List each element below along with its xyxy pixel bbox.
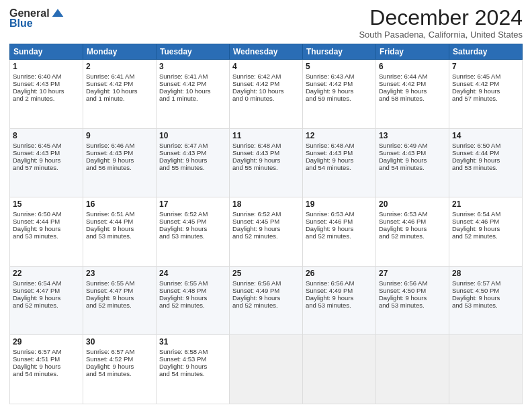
cell-line: Sunrise: 6:52 AM — [232, 210, 300, 218]
page: General Blue December 2024 South Pasaden… — [0, 0, 532, 411]
month-title: December 2024 — [359, 7, 523, 28]
day-number: 1 — [13, 62, 80, 71]
cell-line: Daylight: 9 hours — [379, 156, 446, 164]
cell-line: and 57 minutes. — [452, 95, 519, 102]
calendar-cell: 11Sunrise: 6:48 AMSunset: 4:43 PMDayligh… — [230, 128, 303, 197]
cell-line: Sunrise: 6:41 AM — [159, 73, 226, 80]
cell-line: Sunrise: 6:57 AM — [86, 348, 153, 355]
cell-line: Sunset: 4:47 PM — [86, 287, 153, 294]
calendar-cell: 10Sunrise: 6:47 AMSunset: 4:43 PMDayligh… — [157, 128, 230, 197]
cell-line: Sunset: 4:43 PM — [13, 80, 80, 87]
calendar-cell: 17Sunrise: 6:52 AMSunset: 4:45 PMDayligh… — [157, 197, 230, 267]
cell-line: Sunset: 4:42 PM — [306, 80, 373, 87]
cell-line: Sunrise: 6:50 AM — [13, 210, 80, 218]
location: South Pasadena, California, United State… — [359, 30, 523, 40]
calendar-cell: 24Sunrise: 6:55 AMSunset: 4:48 PMDayligh… — [157, 266, 230, 335]
cell-line: Sunrise: 6:40 AM — [13, 73, 80, 80]
calendar-cell: 15Sunrise: 6:50 AMSunset: 4:44 PMDayligh… — [10, 197, 83, 267]
cell-line: and 57 minutes. — [13, 164, 80, 171]
cell-line: Daylight: 9 hours — [86, 294, 153, 302]
cell-line: Sunrise: 6:46 AM — [86, 142, 153, 149]
day-number: 28 — [452, 269, 519, 278]
cell-line: Sunrise: 6:41 AM — [86, 73, 153, 80]
cell-line: Sunset: 4:51 PM — [13, 355, 80, 363]
cell-line: Sunset: 4:44 PM — [13, 218, 80, 225]
calendar-body: 1Sunrise: 6:40 AMSunset: 4:43 PMDaylight… — [10, 60, 523, 404]
cell-line: Sunset: 4:43 PM — [159, 149, 226, 156]
calendar-cell: 23Sunrise: 6:55 AMSunset: 4:47 PMDayligh… — [83, 266, 157, 335]
cell-line: Sunset: 4:48 PM — [159, 287, 226, 294]
cell-line: and 53 minutes. — [306, 302, 373, 309]
day-number: 12 — [306, 131, 373, 140]
day-number: 6 — [379, 62, 446, 71]
cell-line: Sunset: 4:47 PM — [13, 287, 80, 294]
day-number: 3 — [159, 62, 226, 71]
cell-line: Sunrise: 6:44 AM — [379, 73, 446, 80]
calendar-cell: 3Sunrise: 6:41 AMSunset: 4:42 PMDaylight… — [157, 60, 230, 129]
day-header: Wednesday — [230, 44, 303, 60]
day-number: 4 — [232, 62, 300, 71]
cell-line: and 53 minutes. — [452, 302, 519, 309]
cell-line: Sunrise: 6:54 AM — [13, 279, 80, 287]
calendar-cell: 27Sunrise: 6:56 AMSunset: 4:50 PMDayligh… — [376, 266, 449, 335]
cell-line: Daylight: 9 hours — [306, 156, 373, 164]
cell-line: Daylight: 9 hours — [159, 294, 226, 302]
calendar-week: 22Sunrise: 6:54 AMSunset: 4:47 PMDayligh… — [10, 266, 523, 335]
cell-line: and 52 minutes. — [452, 232, 519, 240]
cell-line: and 54 minutes. — [86, 370, 153, 377]
cell-line: Daylight: 9 hours — [13, 156, 80, 164]
cell-line: and 52 minutes. — [306, 232, 373, 240]
cell-line: Sunset: 4:53 PM — [159, 355, 226, 363]
cell-line: Sunrise: 6:45 AM — [13, 142, 80, 149]
cell-line: and 56 minutes. — [86, 164, 153, 171]
day-number: 25 — [232, 269, 300, 278]
day-number: 13 — [379, 131, 446, 140]
cell-line: and 52 minutes. — [379, 232, 446, 240]
day-number: 27 — [379, 269, 446, 278]
cell-line: Sunrise: 6:49 AM — [379, 142, 446, 149]
calendar-cell: 1Sunrise: 6:40 AMSunset: 4:43 PMDaylight… — [10, 60, 83, 129]
calendar-cell: 14Sunrise: 6:50 AMSunset: 4:44 PMDayligh… — [449, 128, 523, 197]
cell-line: Sunset: 4:45 PM — [159, 218, 226, 225]
calendar-cell: 21Sunrise: 6:54 AMSunset: 4:46 PMDayligh… — [449, 197, 523, 267]
calendar-cell: 12Sunrise: 6:48 AMSunset: 4:43 PMDayligh… — [303, 128, 376, 197]
cell-line: Sunrise: 6:52 AM — [159, 210, 226, 218]
cell-line: Sunset: 4:46 PM — [379, 218, 446, 225]
cell-line: and 53 minutes. — [452, 164, 519, 171]
calendar-cell: 29Sunrise: 6:57 AMSunset: 4:51 PMDayligh… — [10, 335, 83, 404]
cell-line: and 53 minutes. — [379, 302, 446, 309]
cell-line: Sunset: 4:43 PM — [379, 149, 446, 156]
cell-line: Sunrise: 6:42 AM — [232, 73, 300, 80]
cell-line: Sunset: 4:45 PM — [232, 218, 300, 225]
cell-line: Sunrise: 6:53 AM — [306, 210, 373, 218]
cell-line: Sunset: 4:44 PM — [86, 218, 153, 225]
cell-line: Daylight: 9 hours — [13, 363, 80, 370]
cell-line: Sunset: 4:50 PM — [379, 287, 446, 294]
cell-line: Sunset: 4:43 PM — [232, 149, 300, 156]
cell-line: Sunset: 4:42 PM — [232, 80, 300, 87]
cell-line: Sunrise: 6:48 AM — [232, 142, 300, 149]
calendar-cell: 6Sunrise: 6:44 AMSunset: 4:42 PMDaylight… — [376, 60, 449, 129]
day-number: 24 — [159, 269, 226, 278]
cell-line: Sunset: 4:49 PM — [232, 287, 300, 294]
day-header: Monday — [83, 44, 157, 60]
cell-line: Daylight: 9 hours — [379, 87, 446, 95]
cell-line: Sunrise: 6:45 AM — [452, 73, 519, 80]
cell-line: Daylight: 10 hours — [13, 87, 80, 95]
cell-line: and 55 minutes. — [232, 164, 300, 171]
cell-line: and 0 minutes. — [232, 95, 300, 102]
calendar: SundayMondayTuesdayWednesdayThursdayFrid… — [9, 44, 523, 404]
cell-line: and 55 minutes. — [159, 164, 226, 171]
day-number: 11 — [232, 131, 300, 140]
calendar-cell: 18Sunrise: 6:52 AMSunset: 4:45 PMDayligh… — [230, 197, 303, 267]
cell-line: Sunrise: 6:43 AM — [306, 73, 373, 80]
cell-line: and 54 minutes. — [13, 370, 80, 377]
calendar-cell: 25Sunrise: 6:56 AMSunset: 4:49 PMDayligh… — [230, 266, 303, 335]
calendar-cell: 22Sunrise: 6:54 AMSunset: 4:47 PMDayligh… — [10, 266, 83, 335]
day-number: 31 — [159, 337, 226, 347]
cell-line: Daylight: 9 hours — [306, 294, 373, 302]
header: General Blue December 2024 South Pasaden… — [9, 7, 523, 40]
cell-line: Sunset: 4:43 PM — [306, 149, 373, 156]
cell-line: Sunrise: 6:55 AM — [159, 279, 226, 287]
cell-line: Daylight: 9 hours — [452, 156, 519, 164]
